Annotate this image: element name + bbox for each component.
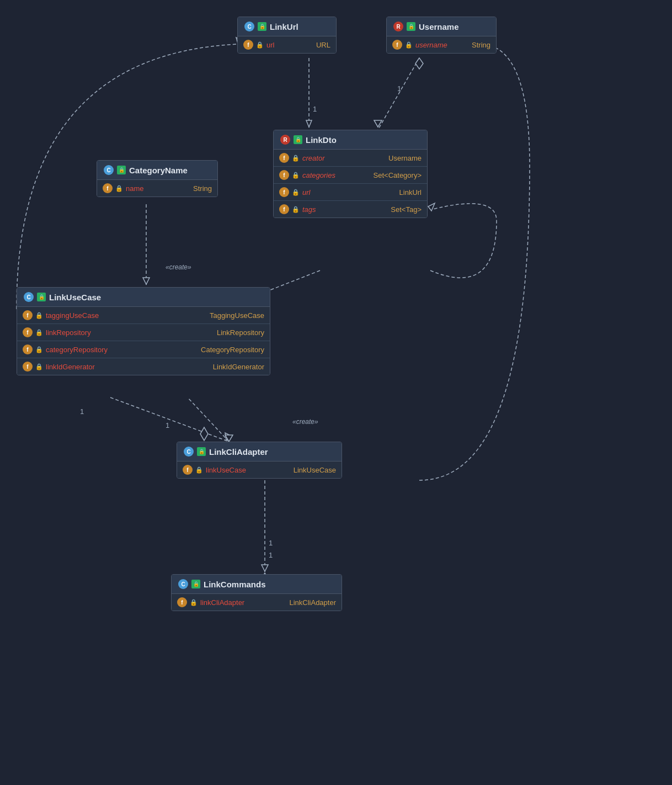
lock-tags: 🔒 — [292, 206, 300, 213]
lock-badge-linkdto: 🔒 — [294, 135, 302, 144]
class-username: R 🔒 Username f 🔒 username String — [386, 17, 497, 54]
class-linkcommands: C 🔒 LinkCommands f 🔒 linkCliAdapter Link… — [171, 574, 342, 611]
field-icon-linkdto-url: f — [279, 187, 289, 197]
field-type-linkidgenerator: LinkIdGenerator — [209, 363, 264, 371]
class-header-linkdto: R 🔒 LinkDto — [274, 130, 427, 150]
class-linkusecase: C 🔒 LinkUseCase f 🔒 taggingUseCase Taggi… — [17, 287, 270, 375]
class-title-linkdto: LinkDto — [306, 135, 337, 145]
field-name-linkidgenerator: linkIdGenerator — [46, 363, 95, 371]
field-type-creator: Username — [384, 154, 422, 162]
field-type-linkrepository: LinkRepository — [212, 328, 264, 337]
lock-linkrepository: 🔒 — [35, 329, 43, 336]
field-icon-creator: f — [279, 153, 289, 163]
field-icon-url: f — [243, 40, 253, 50]
class-title-linkurl: LinkUrl — [270, 22, 298, 31]
field-name-linkusecase-ref: linkUseCase — [206, 466, 246, 474]
badge-c-linkurl: C — [244, 22, 254, 31]
field-linkdto-url: f 🔒 url LinkUrl — [274, 184, 427, 201]
svg-text:«create»: «create» — [292, 418, 318, 426]
svg-marker-15 — [225, 435, 233, 442]
class-linkcliادapter: C 🔒 LinkCliAdapter f 🔒 linkUseCase LinkU… — [177, 442, 342, 479]
svg-text:1: 1 — [80, 407, 84, 416]
lock-linkusecase-ref: 🔒 — [195, 466, 203, 474]
field-type-tags: Set<Tag> — [386, 205, 422, 214]
field-tags: f 🔒 tags Set<Tag> — [274, 201, 427, 218]
field-name-username: username — [415, 41, 447, 49]
field-icon-linkidgenerator: f — [23, 362, 33, 372]
badge-c-linkcommands: C — [178, 579, 188, 589]
lock-badge-linkusecase: 🔒 — [37, 293, 46, 301]
field-type-taggingusecase: TaggingUseCase — [205, 311, 264, 320]
field-type-categoryrepository: CategoryRepository — [196, 346, 264, 354]
field-name-linkcliadapter-ref: linkCliAdapter — [200, 598, 244, 607]
svg-marker-5 — [415, 58, 423, 69]
field-icon-categories: f — [279, 170, 289, 180]
field-name-categories: categories — [302, 171, 335, 179]
svg-marker-12 — [225, 433, 232, 440]
field-taggingusecase: f 🔒 taggingUseCase TaggingUseCase — [17, 307, 270, 324]
lock-linkdto-url: 🔒 — [292, 189, 300, 196]
class-header-linkcommands: C 🔒 LinkCommands — [172, 575, 342, 594]
field-type-linkdto-url: LinkUrl — [395, 188, 422, 197]
svg-marker-8 — [143, 278, 150, 284]
lock-username: 🔒 — [405, 41, 413, 49]
lock-linkidgenerator: 🔒 — [35, 363, 43, 370]
class-linkdto: R 🔒 LinkDto f 🔒 creator Username f 🔒 cat… — [273, 130, 428, 218]
field-type-categories: Set<Category> — [369, 171, 422, 179]
class-header-linkurl: C 🔒 LinkUrl — [238, 17, 336, 36]
class-linkurl: C 🔒 LinkUrl f 🔒 url URL — [237, 17, 337, 54]
class-title-linkcliadapter: LinkCliAdapter — [209, 447, 268, 457]
lock-badge-linkurl: 🔒 — [258, 22, 266, 31]
field-icon-name-cat: f — [103, 183, 113, 193]
lock-badge-linkcommands: 🔒 — [191, 580, 200, 588]
field-icon-username: f — [392, 40, 402, 50]
field-type-linkusecase-ref: LinkUseCase — [289, 466, 336, 474]
svg-line-11 — [110, 397, 229, 442]
lock-badge-categoryname: 🔒 — [117, 166, 126, 174]
svg-marker-16 — [200, 427, 208, 441]
svg-text:1: 1 — [269, 539, 273, 547]
class-title-username: Username — [419, 22, 459, 31]
field-linkidgenerator: f 🔒 linkIdGenerator LinkIdGenerator — [17, 358, 270, 375]
badge-r-username: R — [393, 22, 403, 31]
field-icon-taggingusecase: f — [23, 310, 33, 320]
class-header-categoryname: C 🔒 CategoryName — [97, 161, 217, 180]
class-title-linkcommands: LinkCommands — [204, 580, 266, 589]
field-linkrepository: f 🔒 linkRepository LinkRepository — [17, 324, 270, 341]
field-categoryrepository: f 🔒 categoryRepository CategoryRepositor… — [17, 341, 270, 358]
connections-svg: 1 1 1 1 1 1 — [0, 0, 672, 785]
badge-r-linkdto: R — [280, 135, 290, 145]
field-username: f 🔒 username String — [387, 36, 496, 53]
lock-badge-linkcliadapter: 🔒 — [197, 447, 206, 456]
field-name-taggingusecase: taggingUseCase — [46, 311, 99, 320]
svg-text:«create»: «create» — [166, 263, 191, 271]
field-name-tags: tags — [302, 205, 316, 214]
class-header-linkcliadapter: C 🔒 LinkCliAdapter — [177, 442, 342, 462]
svg-line-3 — [378, 58, 419, 130]
lock-linkcliadapter-ref: 🔒 — [190, 599, 198, 606]
lock-categoryrepository: 🔒 — [35, 346, 43, 353]
field-linkusecase-ref: f 🔒 linkUseCase LinkUseCase — [177, 462, 342, 478]
field-linkcliadapter-ref: f 🔒 linkCliAdapter LinkCliAdapter — [172, 594, 342, 611]
lock-taggingusecase: 🔒 — [35, 312, 43, 319]
class-categoryname: C 🔒 CategoryName f 🔒 name String — [97, 160, 218, 197]
class-title-categoryname: CategoryName — [129, 166, 188, 175]
svg-marker-25 — [428, 203, 435, 211]
svg-marker-19 — [262, 565, 268, 571]
field-name-name-cat: name — [126, 184, 144, 193]
lock-badge-username: 🔒 — [407, 22, 415, 31]
field-name-linkrepository: linkRepository — [46, 328, 91, 337]
field-type-name-cat: String — [189, 184, 212, 193]
badge-c-linkcliadapter: C — [184, 447, 194, 457]
field-creator: f 🔒 creator Username — [274, 150, 427, 167]
field-type-linkcliadapter-ref: LinkCliAdapter — [285, 598, 336, 607]
lock-creator: 🔒 — [292, 155, 300, 162]
svg-text:1: 1 — [269, 551, 273, 559]
svg-text:1: 1 — [397, 84, 401, 93]
lock-url: 🔒 — [256, 41, 264, 49]
svg-marker-4 — [374, 120, 382, 127]
class-header-linkusecase: C 🔒 LinkUseCase — [17, 288, 270, 307]
field-name-linkdto-url: url — [302, 188, 310, 197]
field-url: f 🔒 url URL — [238, 36, 336, 53]
field-icon-linkcliadapter-ref: f — [177, 597, 187, 607]
